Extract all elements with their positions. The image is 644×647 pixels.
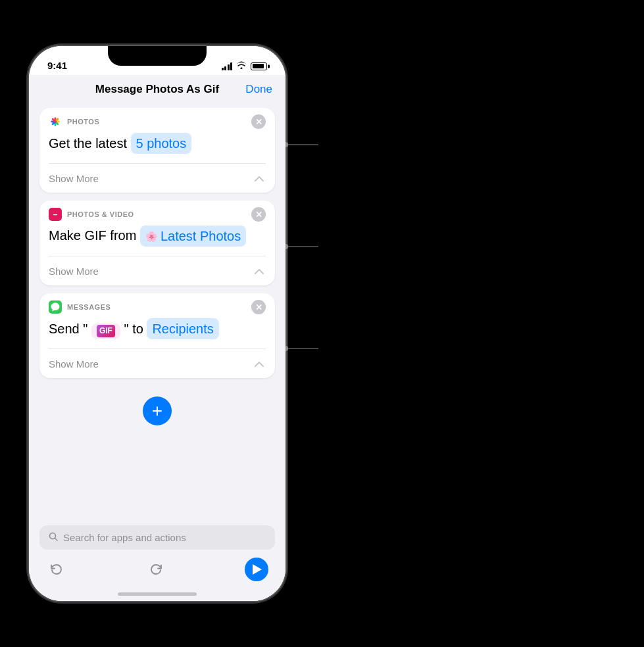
photovideo-card-category: PHOTOS & VIDEO (67, 210, 134, 218)
add-action-area: + (39, 386, 275, 432)
photos-card-close[interactable]: ✕ (251, 114, 266, 129)
messages-chevron-up-icon (253, 357, 266, 370)
play-button[interactable] (245, 558, 268, 581)
photos-card-body: Get the latest 5 photos (39, 133, 275, 163)
nav-bar: Message Photos As Gif Done (29, 75, 285, 101)
connector-lines (285, 138, 325, 421)
svg-line-1 (55, 539, 58, 541)
signal-bars-icon (222, 62, 233, 70)
nav-title: Message Photos As Gif (95, 83, 219, 96)
svg-point-7 (285, 346, 288, 351)
photovideo-card-close[interactable]: ✕ (251, 207, 266, 222)
photos-card-prefix: Get the latest (49, 136, 131, 151)
status-icons (222, 61, 268, 71)
photos-count-token[interactable]: 5 photos (131, 133, 192, 154)
add-action-button[interactable]: + (143, 396, 172, 425)
undo-button[interactable] (46, 559, 67, 580)
latest-photos-token[interactable]: 🌸 Latest Photos (140, 226, 246, 247)
phone-frame: 9:41 Message Photos As Gif (29, 46, 285, 601)
search-placeholder-text: Search for apps and actions (63, 532, 186, 543)
photovideo-card-prefix: Make GIF from (49, 228, 140, 243)
photovideo-app-icon: – (49, 208, 62, 221)
photos-card: PHOTOS ✕ Get the latest 5 photos Show Mo… (39, 108, 275, 193)
search-icon (49, 532, 58, 543)
bottom-actions-bar (39, 558, 275, 581)
photos-card-category: PHOTOS (67, 118, 99, 126)
play-triangle-icon (253, 564, 262, 575)
photovideo-chevron-up-icon (253, 264, 266, 277)
photos-card-header: PHOTOS ✕ (39, 108, 275, 133)
messages-show-more-label: Show More (49, 358, 99, 370)
messages-show-more-row[interactable]: Show More (39, 349, 275, 378)
search-bar[interactable]: Search for apps and actions (39, 525, 275, 550)
recipients-token[interactable]: Recipients (147, 318, 218, 339)
gif-token[interactable]: GIF (91, 324, 120, 339)
photovideo-card-body: Make GIF from 🌸 Latest Photos (39, 226, 275, 256)
messages-card: MESSAGES ✕ Send " GIF " to Recipients Sh… (39, 293, 275, 378)
battery-icon (251, 62, 267, 70)
messages-card-header-left: MESSAGES (49, 300, 111, 314)
messages-card-body: Send " GIF " to Recipients (39, 318, 275, 348)
photovideo-card: – PHOTOS & VIDEO ✕ Make GIF from 🌸 Lates… (39, 201, 275, 285)
photos-app-icon (49, 115, 62, 128)
messages-card-middle: " to (124, 322, 147, 336)
redo-button[interactable] (145, 559, 166, 580)
wifi-icon (236, 61, 247, 71)
svg-point-5 (285, 244, 288, 249)
messages-card-header: MESSAGES ✕ (39, 293, 275, 318)
photovideo-show-more-row[interactable]: Show More (39, 256, 275, 285)
status-time: 9:41 (47, 60, 67, 71)
scroll-area: PHOTOS ✕ Get the latest 5 photos Show Mo… (29, 101, 285, 530)
home-indicator (118, 592, 197, 596)
photos-card-header-left: PHOTOS (49, 115, 99, 128)
messages-card-category: MESSAGES (67, 303, 111, 311)
photos-show-more-label: Show More (49, 173, 99, 184)
phone-content: Message Photos As Gif Done (29, 75, 285, 601)
photovideo-card-header: – PHOTOS & VIDEO ✕ (39, 201, 275, 226)
svg-point-3 (285, 142, 288, 147)
photos-chevron-up-icon (253, 172, 266, 185)
photovideo-card-header-left: – PHOTOS & VIDEO (49, 208, 134, 221)
notch (108, 46, 207, 66)
done-button[interactable]: Done (245, 83, 272, 96)
messages-card-prefix: Send " (49, 322, 91, 336)
messages-card-close[interactable]: ✕ (251, 300, 266, 314)
messages-app-icon (49, 300, 62, 314)
photos-show-more-row[interactable]: Show More (39, 164, 275, 193)
bottom-bar: Search for apps and actions (29, 525, 285, 601)
photovideo-show-more-label: Show More (49, 266, 99, 277)
